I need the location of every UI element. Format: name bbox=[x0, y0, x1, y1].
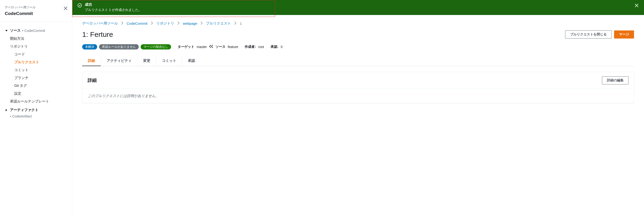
sidebar-item-git-tags[interactable]: Git タグ bbox=[14, 82, 67, 90]
sidebar-item-branches[interactable]: ブランチ bbox=[14, 74, 67, 82]
status-badge-unresolved: 未解決 bbox=[82, 44, 97, 50]
nav-section-sub: • CodeArtifact bbox=[10, 114, 67, 119]
sidebar-header: デベロッパー用ツール CodeCommit bbox=[0, 0, 72, 22]
close-icon[interactable] bbox=[634, 3, 639, 9]
breadcrumb-link[interactable]: デベロッパー用ツール bbox=[82, 21, 118, 26]
chevron-right-icon bbox=[121, 22, 123, 26]
caret-right-icon bbox=[5, 108, 8, 112]
edit-details-button[interactable]: 詳細の編集 bbox=[602, 76, 628, 84]
breadcrumb-current: 1 bbox=[240, 22, 242, 26]
breadcrumb-link[interactable]: CodeCommit bbox=[126, 22, 148, 26]
main: 成功 プルリクエスト 1 が作成されました。 デベロッパー用ツール CodeCo… bbox=[72, 0, 644, 215]
chevron-right-icon bbox=[234, 22, 236, 26]
double-chevron-left-icon bbox=[209, 45, 213, 49]
target-label: ターゲット bbox=[178, 45, 194, 49]
page-header: 1: Ferture プルリクエストを閉じる マージ bbox=[82, 31, 634, 39]
nav-section-source[interactable]: ソース • CodeCommit bbox=[5, 27, 67, 34]
tab-approvals[interactable]: 承認 bbox=[182, 56, 201, 66]
sidebar-item-pull-requests[interactable]: プルリクエスト bbox=[14, 58, 67, 66]
source-value: feature bbox=[228, 45, 238, 49]
close-icon[interactable] bbox=[64, 6, 68, 12]
panel-body: このプルリクエストには説明がありません。 bbox=[82, 89, 634, 103]
status-badge-no-conflict: マージの競合なし bbox=[141, 44, 171, 50]
success-check-icon bbox=[78, 3, 82, 8]
close-pr-button[interactable]: プルリクエストを閉じる bbox=[565, 31, 612, 39]
breadcrumb: デベロッパー用ツール CodeCommit リポジトリ webpage プルリク… bbox=[82, 21, 634, 26]
tab-commits[interactable]: コミット bbox=[156, 56, 182, 66]
sidebar-item-commits[interactable]: コミット bbox=[14, 66, 67, 74]
breadcrumb-link[interactable]: リポジトリ bbox=[156, 21, 174, 26]
target-value: master bbox=[197, 45, 207, 49]
nav-section-artifacts[interactable]: アーティファクト bbox=[5, 106, 67, 114]
tab-changes[interactable]: 変更 bbox=[138, 56, 156, 66]
chevron-right-icon bbox=[178, 22, 180, 26]
author-label: 作成者: bbox=[245, 45, 256, 49]
approval-group: 承認: 0 bbox=[270, 45, 282, 49]
status-badge-no-rules: 承認ルールがありません bbox=[99, 44, 139, 50]
sidebar-item-getting-started[interactable]: 開始方法 bbox=[10, 35, 67, 43]
nav-section-sub: • CodeCommit bbox=[22, 29, 45, 33]
details-panel: 詳細 詳細の編集 このプルリクエストには説明がありません。 bbox=[82, 72, 634, 103]
svg-point-0 bbox=[78, 3, 82, 7]
sidebar-header-sub: デベロッパー用ツール bbox=[5, 5, 67, 10]
caret-down-icon bbox=[5, 29, 8, 32]
alert-message: プルリクエスト 1 が作成されました。 bbox=[85, 8, 630, 12]
sidebar-header-title: CodeCommit bbox=[5, 11, 67, 16]
sidebar: デベロッパー用ツール CodeCommit ソース • CodeCommit 開… bbox=[0, 0, 72, 215]
chevron-right-icon bbox=[151, 22, 153, 26]
sidebar-item-settings[interactable]: 設定 bbox=[14, 90, 67, 98]
sidebar-item-repositories[interactable]: リポジトリ bbox=[10, 43, 67, 50]
author-group: 作成者: root bbox=[245, 45, 264, 49]
alert-title: 成功 bbox=[85, 3, 630, 7]
chevron-right-icon bbox=[200, 22, 203, 26]
sidebar-item-code[interactable]: コード bbox=[14, 50, 67, 58]
tab-details[interactable]: 詳細 bbox=[82, 56, 101, 66]
tabs: 詳細 アクティビティ 変更 コミット 承認 bbox=[82, 56, 634, 66]
sidebar-nav: ソース • CodeCommit 開始方法 リポジトリ コード プルリクエスト … bbox=[0, 22, 72, 120]
approval-label: 承認: bbox=[270, 45, 278, 49]
nav-section-title: ソース bbox=[10, 28, 21, 33]
tab-activity[interactable]: アクティビティ bbox=[101, 56, 138, 66]
nav-section-title: アーティファクト bbox=[10, 108, 38, 112]
approval-value: 0 bbox=[281, 45, 283, 49]
sidebar-item-approval-templates[interactable]: 承認ルールテンプレート bbox=[10, 98, 67, 105]
target-source-group: ターゲット master ソース feature bbox=[178, 45, 238, 49]
status-row: 未解決 承認ルールがありません マージの競合なし ターゲット master ソー… bbox=[82, 44, 634, 50]
success-alert: 成功 プルリクエスト 1 が作成されました。 bbox=[72, 0, 644, 15]
page-title: 1: Ferture bbox=[82, 31, 565, 39]
author-value: root bbox=[258, 45, 264, 49]
breadcrumb-link[interactable]: プルリクエスト bbox=[206, 21, 231, 26]
merge-button[interactable]: マージ bbox=[614, 31, 634, 39]
source-label: ソース bbox=[216, 45, 226, 49]
breadcrumb-link[interactable]: webpage bbox=[183, 22, 198, 26]
panel-title: 詳細 bbox=[88, 77, 602, 84]
